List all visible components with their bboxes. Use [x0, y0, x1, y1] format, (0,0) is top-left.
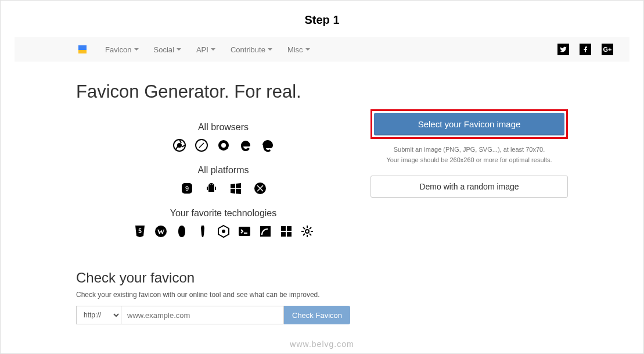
svg-point-23: [305, 230, 309, 233]
nav-social[interactable]: Social: [148, 42, 187, 58]
hint-line1: Submit an image (PNG, JPG, SVG...), at l…: [370, 145, 568, 155]
protocol-select[interactable]: http://: [76, 306, 121, 324]
nav-label: Misc: [287, 45, 303, 54]
hero-heading: Favicon Generator. For real.: [76, 81, 370, 102]
select-favicon-button[interactable]: Select your Favicon image: [374, 113, 564, 135]
svg-point-10: [210, 184, 211, 185]
svg-text:5: 5: [138, 228, 142, 234]
tech-label: Your favorite technologies: [76, 208, 370, 219]
svg-rect-19: [281, 226, 286, 231]
svg-rect-9: [215, 187, 216, 190]
check-description: Check your existing favicon with our onl…: [76, 291, 568, 299]
demo-button[interactable]: Demo with a random image: [370, 176, 568, 198]
nav-api[interactable]: API: [190, 42, 221, 58]
step-title: Step 1: [1, 13, 643, 27]
svg-rect-8: [207, 187, 208, 190]
svg-rect-17: [239, 227, 250, 236]
safari-icon: [195, 138, 208, 152]
chevron-down-icon: [211, 48, 215, 51]
highlight-box: Select your Favicon image: [370, 109, 568, 139]
svg-point-16: [222, 230, 225, 233]
edge-icon: [261, 138, 275, 152]
check-favicon-button[interactable]: Check Favicon: [284, 306, 350, 324]
upload-hint: Submit an image (PNG, JPG, SVG...), at l…: [370, 145, 568, 165]
macos-icon: [253, 181, 267, 195]
hint-line2: Your image should be 260x260 or more for…: [370, 155, 568, 166]
browsers-label: All browsers: [76, 122, 370, 133]
ie-icon: [239, 138, 253, 152]
check-section: Check your favicon Check your existing f…: [76, 270, 568, 324]
svg-rect-21: [281, 232, 286, 237]
nav-label: Social: [154, 45, 174, 54]
chevron-down-icon: [305, 48, 310, 51]
android-icon: [204, 181, 218, 195]
wordpress-icon: W: [154, 224, 168, 238]
platform-icons: 9: [76, 181, 370, 195]
svg-rect-22: [287, 232, 292, 237]
svg-line-31: [303, 234, 305, 235]
windows-icon: [229, 181, 243, 195]
nav-label: Favicon: [105, 45, 132, 54]
nav-label: Contribute: [231, 45, 265, 54]
social-links: G+: [557, 44, 613, 55]
googleplus-icon[interactable]: G+: [602, 44, 613, 55]
nav-favicon[interactable]: Favicon: [99, 42, 145, 58]
firefox-icon: [217, 138, 231, 152]
watermark: www.belvg.com: [1, 339, 643, 349]
svg-line-30: [310, 227, 311, 229]
right-column: Select your Favicon image Submit an imag…: [370, 81, 568, 251]
chevron-down-icon: [134, 48, 139, 51]
nodejs-icon: [217, 224, 231, 238]
svg-text:W: W: [157, 227, 164, 236]
svg-rect-18: [260, 226, 271, 237]
nav-misc[interactable]: Misc: [282, 42, 316, 58]
chevron-down-icon: [177, 48, 181, 51]
microsoft-icon: [279, 224, 293, 238]
check-title: Check your favicon: [76, 270, 568, 286]
svg-point-4: [221, 143, 226, 148]
twitter-icon[interactable]: [557, 44, 569, 55]
chevron-down-icon: [268, 48, 272, 51]
ios-icon: 9: [180, 181, 194, 195]
svg-line-29: [310, 234, 311, 235]
check-form: http:// Check Favicon: [76, 306, 568, 324]
svg-text:9: 9: [185, 185, 188, 192]
gear-flower-icon: [300, 224, 314, 238]
platforms-label: All platforms: [76, 165, 370, 176]
url-input[interactable]: [121, 306, 284, 324]
site-logo-icon[interactable]: [78, 45, 87, 53]
navbar: Favicon Social API Contribute Misc G+: [15, 37, 629, 62]
facebook-icon[interactable]: [580, 44, 591, 55]
browser-icons: [76, 138, 370, 152]
nav-contribute[interactable]: Contribute: [225, 42, 278, 58]
grunt-icon: [175, 224, 189, 238]
nav-items: Favicon Social API Contribute Misc: [99, 42, 316, 58]
svg-point-11: [212, 184, 213, 185]
svg-rect-20: [287, 226, 292, 231]
svg-line-28: [303, 227, 305, 229]
gulp-icon: [196, 224, 210, 238]
tech-icons: 5 W: [76, 224, 370, 238]
rails-icon: [258, 224, 272, 238]
nav-label: API: [196, 45, 208, 54]
chrome-icon: [172, 138, 186, 152]
left-column: Favicon Generator. For real. All browser…: [76, 81, 370, 251]
html5-icon: 5: [133, 224, 147, 238]
cli-icon: [238, 224, 251, 238]
svg-rect-7: [208, 186, 214, 192]
